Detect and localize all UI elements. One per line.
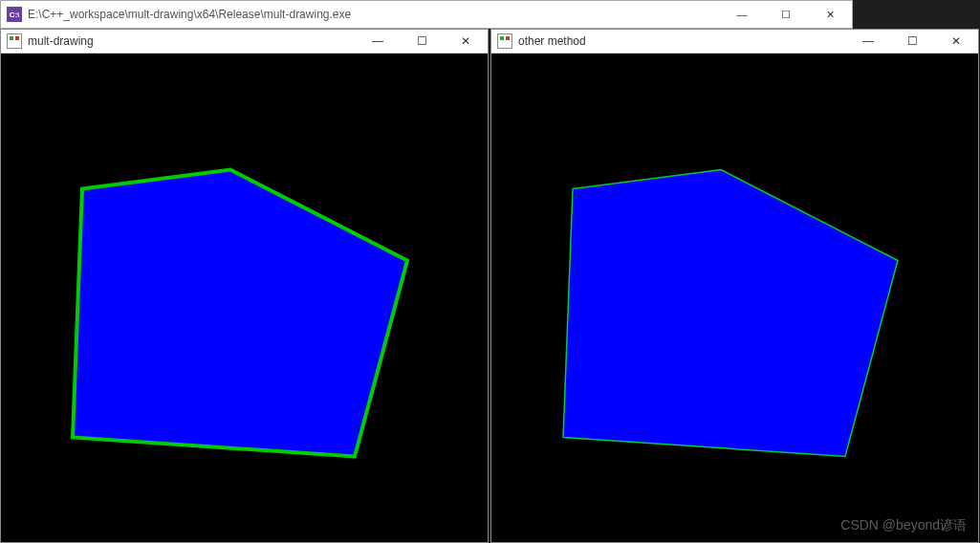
- right-drawing-svg: [491, 54, 978, 542]
- opencv-window-icon: [497, 33, 512, 49]
- left-canvas: [1, 54, 488, 542]
- left-close-button[interactable]: ✕: [444, 30, 488, 53]
- opencv-window-icon: [7, 33, 22, 49]
- console-app-icon: C:\: [7, 7, 22, 22]
- parent-window-controls: — ☐ ✕: [720, 1, 852, 28]
- right-window-title: other method: [518, 34, 846, 48]
- right-close-button[interactable]: ✕: [934, 30, 978, 53]
- parent-maximize-button[interactable]: ☐: [764, 1, 808, 28]
- right-canvas: [491, 54, 978, 542]
- parent-close-button[interactable]: ✕: [808, 1, 852, 28]
- child-windows-container: mult-drawing — ☐ ✕ other method — ☐ ✕: [0, 29, 980, 543]
- parent-minimize-button[interactable]: —: [720, 1, 764, 28]
- right-minimize-button[interactable]: —: [846, 30, 890, 53]
- right-maximize-button[interactable]: ☐: [890, 30, 934, 53]
- left-image-window: mult-drawing — ☐ ✕: [0, 29, 489, 543]
- parent-titlebar[interactable]: C:\ E:\C++_workspace\mult-drawing\x64\Re…: [1, 1, 852, 28]
- background-editor-fragment: [853, 0, 980, 29]
- left-pentagon-shape: [73, 170, 407, 457]
- right-titlebar[interactable]: other method — ☐ ✕: [491, 30, 978, 54]
- right-image-window: other method — ☐ ✕ CSDN @beyond谚语: [490, 29, 979, 543]
- parent-window-title: E:\C++_workspace\mult-drawing\x64\Releas…: [28, 8, 720, 21]
- left-maximize-button[interactable]: ☐: [400, 30, 444, 53]
- right-pentagon-shape: [563, 170, 898, 457]
- left-titlebar[interactable]: mult-drawing — ☐ ✕: [1, 30, 488, 54]
- parent-console-window: C:\ E:\C++_workspace\mult-drawing\x64\Re…: [0, 0, 853, 29]
- left-drawing-svg: [1, 54, 488, 542]
- right-window-controls: — ☐ ✕: [846, 30, 978, 53]
- left-window-controls: — ☐ ✕: [356, 30, 488, 53]
- left-minimize-button[interactable]: —: [356, 30, 400, 53]
- left-window-title: mult-drawing: [28, 34, 356, 48]
